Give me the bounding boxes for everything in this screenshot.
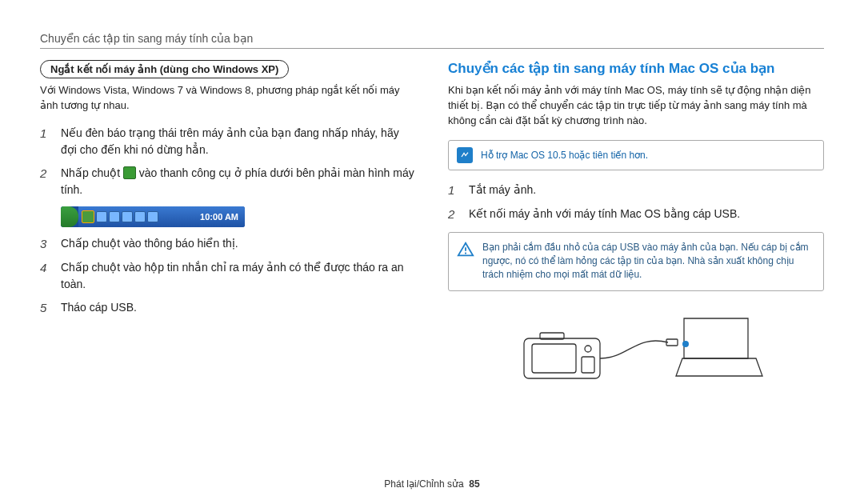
- left-steps-list: 1 Nếu đèn báo trạng thái trên máy ảnh củ…: [40, 125, 416, 198]
- step-item: 2 Nhấp chuột vào thanh công cụ ở phía dư…: [40, 165, 416, 198]
- camera-to-laptop-illustration: [448, 302, 824, 390]
- step-text: Nếu đèn báo trạng thái trên máy ảnh của …: [61, 125, 416, 158]
- left-intro-text: Với Windows Vista, Windows 7 và Windows …: [40, 83, 416, 114]
- svg-rect-5: [582, 357, 594, 373]
- step-text: Chấp chuột vào hộp tin nhắn chỉ ra máy ả…: [61, 259, 416, 293]
- step-text: Tắt máy ảnh.: [469, 182, 536, 200]
- step-number: 1: [40, 125, 53, 158]
- step-number: 2: [40, 165, 53, 198]
- step-item: 1 Tắt máy ảnh.: [448, 182, 824, 200]
- svg-point-1: [465, 252, 466, 254]
- right-intro-text: Khi bạn kết nối máy ảnh với máy tính Mac…: [448, 83, 824, 129]
- start-button-icon: [61, 206, 78, 227]
- system-tray: 10:00 AM: [78, 206, 245, 227]
- step-number: 5: [40, 299, 53, 318]
- safely-remove-hardware-icon: [123, 166, 136, 179]
- step-text: Kết nối máy ảnh với máy tính Mac OS bằng…: [469, 206, 740, 224]
- tray-icon: [109, 211, 120, 222]
- info-note-text: Hỗ trợ Mac OS 10.5 hoặc tiên tiến hơn.: [481, 150, 648, 161]
- step-item: 5 Tháo cáp USB.: [40, 299, 416, 318]
- section-title: Chuyển các tập tin sang máy tính Mac OS …: [448, 60, 824, 77]
- windows-taskbar-illustration: 10:00 AM: [61, 206, 245, 227]
- step-text: Nhấp chuột vào thanh công cụ ở phía dưới…: [61, 165, 416, 198]
- left-steps-list-cont: 3 Chấp chuột vào thông báo hiển thị. 4 C…: [40, 235, 416, 318]
- info-note-box: Hỗ trợ Mac OS 10.5 hoặc tiên tiến hơn.: [448, 140, 824, 170]
- page-number: 85: [469, 478, 479, 490]
- step-text-pre: Nhấp chuột: [61, 166, 123, 179]
- step-number: 2: [448, 206, 461, 224]
- svg-rect-7: [666, 339, 678, 346]
- footer-section: Phát lại/Chỉnh sửa: [384, 478, 463, 490]
- warning-note-text: Bạn phải cắm đầu nhỏ của cáp USB vào máy…: [482, 241, 815, 282]
- step-item: 4 Chấp chuột vào hộp tin nhắn chỉ ra máy…: [40, 259, 416, 293]
- warning-icon: [457, 241, 474, 258]
- tray-icon: [96, 211, 107, 222]
- svg-rect-3: [532, 344, 576, 373]
- page-footer: Phát lại/Chỉnh sửa 85: [0, 478, 864, 490]
- taskbar-clock: 10:00 AM: [194, 212, 245, 222]
- warning-note-box: Bạn phải cắm đầu nhỏ của cáp USB vào máy…: [448, 232, 824, 291]
- page-header: Chuyển các tập tin sang máy tính của bạn: [40, 32, 824, 45]
- header-rule: [40, 48, 824, 49]
- tray-icon: [147, 211, 158, 222]
- subsection-pill: Ngắt kết nối máy ảnh (dùng cho Windows X…: [40, 60, 289, 78]
- info-icon: [457, 147, 473, 163]
- step-number: 1: [448, 182, 461, 200]
- tray-icon: [134, 211, 146, 222]
- svg-point-8: [682, 341, 689, 347]
- tray-icon: [122, 211, 133, 222]
- step-number: 4: [40, 259, 53, 293]
- step-item: 2 Kết nối máy ảnh với máy tính Mac OS bằ…: [448, 206, 824, 224]
- right-steps-list: 1 Tắt máy ảnh. 2 Kết nối máy ảnh với máy…: [448, 182, 824, 224]
- right-column: Chuyển các tập tin sang máy tính Mac OS …: [448, 60, 824, 390]
- step-item: 3 Chấp chuột vào thông báo hiển thị.: [40, 235, 416, 254]
- manual-page: Chuyển các tập tin sang máy tính của bạn…: [0, 0, 864, 504]
- left-column: Ngắt kết nối máy ảnh (dùng cho Windows X…: [40, 60, 416, 390]
- two-column-layout: Ngắt kết nối máy ảnh (dùng cho Windows X…: [40, 60, 824, 390]
- safely-remove-tray-icon: [82, 210, 94, 223]
- step-text: Tháo cáp USB.: [61, 299, 137, 318]
- step-item: 1 Nếu đèn báo trạng thái trên máy ảnh củ…: [40, 125, 416, 158]
- svg-point-4: [585, 346, 591, 352]
- step-text: Chấp chuột vào thông báo hiển thị.: [61, 235, 238, 254]
- step-number: 3: [40, 235, 53, 254]
